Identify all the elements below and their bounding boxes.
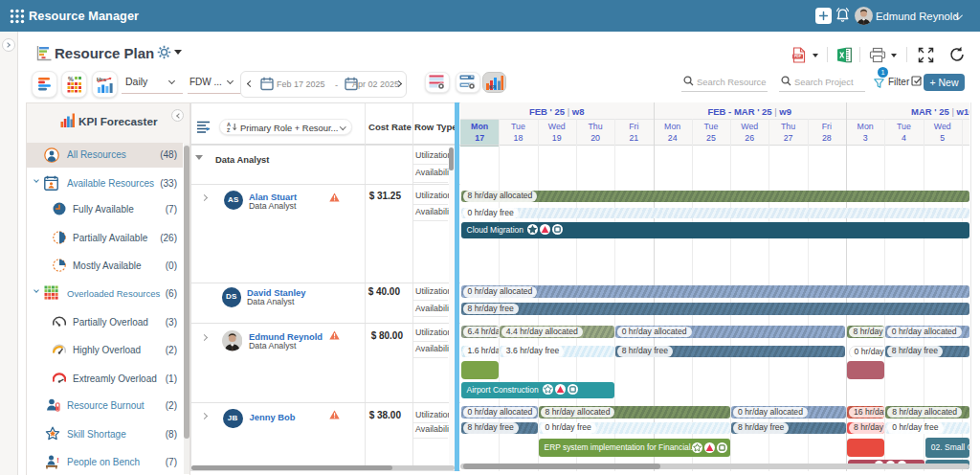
- svg-text:%: %: [68, 76, 74, 82]
- svg-text:KPI: KPI: [489, 85, 497, 90]
- svg-text:PDF: PDF: [794, 55, 802, 58]
- svg-text:Z: Z: [227, 127, 231, 132]
